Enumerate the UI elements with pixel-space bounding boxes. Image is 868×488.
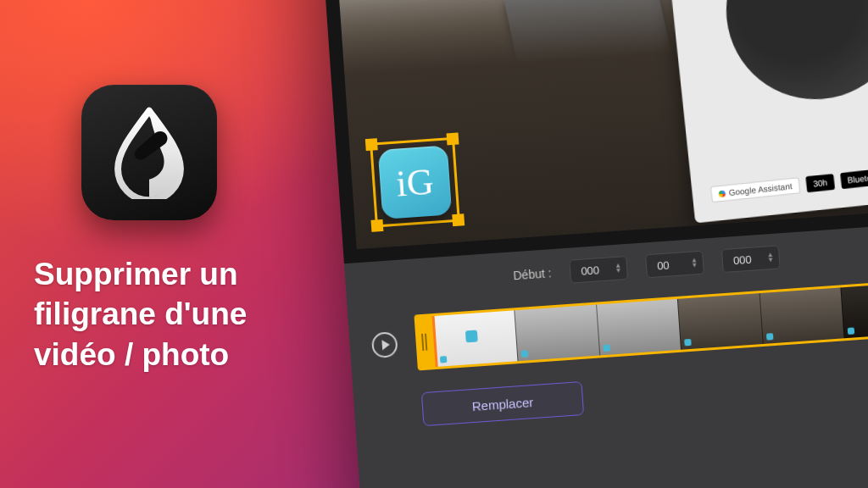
badge-google-assistant: Google Assistant — [710, 177, 800, 202]
stepper-arrows-icon[interactable]: ▲▼ — [767, 252, 775, 263]
start-minutes-stepper[interactable]: 00 ▲▼ — [645, 251, 704, 279]
replace-button[interactable]: Remplacer — [421, 381, 584, 426]
watermark-selection[interactable]: iG — [370, 137, 460, 228]
start-label: Début : — [513, 266, 552, 282]
video-frame[interactable]: Google Assistant 30h Bluetooth iG — [332, 0, 868, 249]
timeline-thumb[interactable] — [759, 287, 843, 344]
timeline-thumb[interactable] — [840, 282, 868, 339]
watermark-logo: iG — [378, 145, 453, 219]
video-preview-area: Google Assistant 30h Bluetooth iG — [318, 0, 868, 263]
selection-handle-br[interactable] — [452, 214, 465, 226]
start-seconds-value: 000 — [732, 252, 752, 266]
selection-handle-tl[interactable] — [365, 138, 378, 151]
selection-handle-tr[interactable] — [447, 132, 459, 145]
badge-bluetooth: Bluetooth — [840, 168, 868, 189]
droplet-brush-icon — [112, 106, 186, 199]
app-icon — [81, 85, 217, 220]
stepper-arrows-icon[interactable]: ▲▼ — [615, 263, 622, 274]
timeline-thumb[interactable] — [515, 305, 599, 362]
editor-window: Google Assistant 30h Bluetooth iG — [318, 0, 868, 488]
timeline-thumb[interactable] — [434, 310, 518, 367]
start-hours-stepper[interactable]: 000 ▲▼ — [569, 256, 628, 284]
footage-product-box: Google Assistant 30h Bluetooth — [662, 0, 868, 223]
start-seconds-stepper[interactable]: 000 ▲▼ — [721, 245, 781, 273]
footage-headphone-circle — [717, 0, 868, 108]
stepper-arrows-icon[interactable]: ▲▼ — [691, 258, 698, 269]
timeline-thumb[interactable] — [677, 293, 762, 350]
start-minutes-value: 00 — [657, 258, 670, 272]
start-hours-value: 000 — [581, 263, 600, 277]
promo-stage: Supprimer un filigrane d'une vidéo / pho… — [0, 0, 868, 488]
play-button[interactable] — [371, 331, 398, 358]
badge-battery-hours: 30h — [805, 174, 834, 192]
headline-text: Supprimer un filigrane d'une vidéo / pho… — [34, 254, 314, 374]
timeline-thumb[interactable] — [596, 299, 681, 356]
selection-handle-bl[interactable] — [370, 219, 383, 232]
